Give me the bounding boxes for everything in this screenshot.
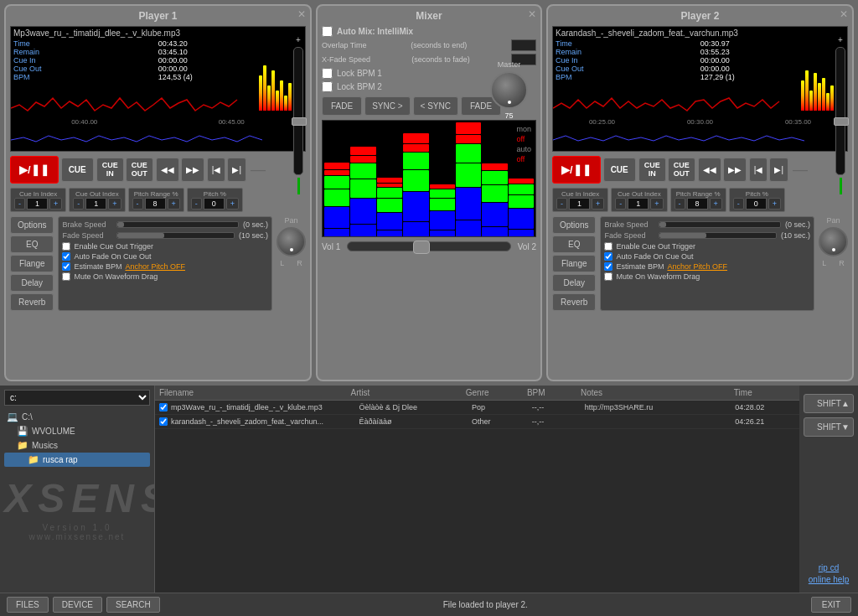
tree-item-wvolume[interactable]: 💾 WVOLUME [4,424,150,438]
player2-pitch-minus[interactable]: — [793,161,808,179]
player2-close-btn[interactable]: ✕ [840,8,848,20]
online-help-link[interactable]: online help [809,575,849,584]
player2-mute-checkbox[interactable] [604,272,612,281]
mixer-sync-right-btn[interactable]: SYNC > [364,96,410,116]
player1-pitch-range-minus[interactable]: - [132,198,143,210]
player1-pitch-range-input[interactable] [145,198,166,210]
mixer-master-knob[interactable] [490,71,528,109]
player1-auto-fade-checkbox[interactable] [62,252,70,261]
player2-play-btn[interactable]: ▶/❚❚ [552,156,601,184]
player1-skip-prev-btn[interactable]: ◀◀ [156,158,179,182]
player2-pitch-range-input[interactable] [687,198,708,210]
player2-pitch-range-plus[interactable]: + [710,198,722,210]
player1-fade-slider[interactable] [116,232,235,239]
player2-controls: ▶/❚❚ CUE CUEIN CUEOUT ◀◀ ▶▶ |◀ ▶| — [552,156,848,184]
player1-pitch-plus-btn[interactable]: + [226,198,239,210]
player2-brake-slider[interactable] [659,221,781,228]
rip-cd-link[interactable]: rip cd [819,563,839,572]
shift-up-btn[interactable]: SHIFT▲ [804,394,854,413]
mixer-lock-bpm1-checkbox[interactable] [322,68,333,79]
player2-delay-btn[interactable]: Delay [552,274,596,292]
player1-mute-checkbox[interactable] [62,272,70,281]
mixer-lock-bpm2-checkbox[interactable] [322,81,333,92]
mixer-vol-slider[interactable] [347,241,511,251]
player1-pan-knob[interactable] [277,227,306,256]
player2-pitch-range-minus[interactable]: - [675,198,685,210]
player2-pitch-minus-btn[interactable]: - [733,198,744,210]
player1-cue-in-btn[interactable]: CUEIN [96,158,124,183]
player1-close-btn[interactable]: ✕ [297,8,306,20]
mixer-auto-mix-checkbox[interactable] [322,26,333,37]
player1-cue-btn[interactable]: CUE [61,158,94,182]
player1-pitch-input[interactable] [204,198,225,210]
player2-eq-btn[interactable]: EQ [552,236,596,253]
player2-cue-out-index[interactable] [628,198,649,210]
device-tab[interactable]: DEVICE [53,597,102,613]
player1-pitch-minus[interactable]: — [251,161,266,179]
player1-play-btn[interactable]: ▶/❚❚ [10,156,59,184]
player1-volume-slider[interactable] [293,47,303,175]
tree-item-c[interactable]: 💻 C:\ [4,410,150,424]
player1-pitch-minus-btn[interactable]: - [191,198,202,210]
player1-options-btn[interactable]: Options [10,216,54,234]
player1-reverb-btn[interactable]: Reverb [10,293,54,311]
player1-brake-slider[interactable] [116,221,239,228]
player2-cue-in-minus[interactable]: - [556,198,567,210]
player1-cue-out-plus[interactable]: + [108,198,121,210]
player2-skip-prev2-btn[interactable]: |◀ [749,158,768,182]
player1-cue-in-plus[interactable]: + [49,198,62,210]
player2-pitch-input[interactable] [746,198,767,210]
player1-cue-out-index[interactable] [85,198,106,210]
player2-estimate-bpm-checkbox[interactable] [604,262,612,271]
player2-reverb-btn[interactable]: Reverb [552,293,596,311]
player2-skip-prev-btn[interactable]: ◀◀ [698,158,721,182]
player2-fade-slider[interactable] [659,232,777,239]
player1-skip-prev2-btn[interactable]: |◀ [207,158,226,182]
player2-title: Player 2 [552,10,848,22]
player2-cue-out-plus[interactable]: + [650,198,663,210]
tree-item-musics[interactable]: 📁 Musics [4,438,150,453]
player1-flange-btn[interactable]: Flange [10,255,54,272]
player1-anchor-pitch-link[interactable]: Anchor Pitch OFF [125,262,185,271]
player1-skip-next-btn[interactable]: ▶▶ [181,158,204,182]
mixer-close-btn[interactable]: ✕ [528,8,536,20]
player1-cue-out-minus[interactable]: - [73,198,84,210]
player1-eq-btn[interactable]: EQ [10,236,54,253]
player2-anchor-pitch-link[interactable]: Anchor Pitch OFF [667,262,727,271]
player1-estimate-bpm-checkbox[interactable] [62,262,70,271]
drive-select[interactable]: c: [4,390,150,406]
shift-down-btn[interactable]: SHIFT▼ [804,417,854,437]
file1-checkbox[interactable] [159,403,168,412]
mixer-overlap-input[interactable]: 5 [511,39,536,51]
player1-pitch-range-plus[interactable]: + [168,198,180,210]
player2-auto-fade-checkbox[interactable] [604,252,612,261]
files-tab[interactable]: FILES [7,597,49,613]
player2-pitch-plus-btn[interactable]: + [768,198,781,210]
player2-volume-slider[interactable] [835,47,845,175]
tree-item-rusca-rap[interactable]: 📁 rusca rap [4,453,150,467]
mixer-fade-left-btn[interactable]: FADE [322,96,362,116]
player2-skip-next-btn[interactable]: ▶▶ [723,158,747,182]
player2-flange-btn[interactable]: Flange [552,255,596,272]
player2-pan-knob[interactable] [819,227,848,256]
mixer-sync-left-btn[interactable]: < SYNC [413,96,458,116]
player2-cue-in-plus[interactable]: + [592,198,604,210]
player1-green-indicator [297,178,300,194]
player2-cue-btn[interactable]: CUE [603,158,636,182]
player2-enable-cue-checkbox[interactable] [604,242,612,251]
player2-cue-in-index[interactable] [569,198,590,210]
player1-skip-next2-btn[interactable]: ▶| [227,158,246,182]
file2-checkbox[interactable] [159,417,168,426]
player2-cue-out-btn[interactable]: CUEOUT [668,158,695,183]
player1-cue-out-btn[interactable]: CUEOUT [126,158,153,183]
player1-cue-in-minus[interactable]: - [14,198,25,210]
player2-skip-next2-btn[interactable]: ▶| [769,158,788,182]
player1-cue-in-index[interactable] [27,198,48,210]
player2-cue-in-btn[interactable]: CUEIN [638,158,666,183]
player1-delay-btn[interactable]: Delay [10,274,54,292]
player2-options-btn[interactable]: Options [552,216,596,234]
player1-enable-cue-checkbox[interactable] [62,242,70,251]
player2-cue-out-minus[interactable]: - [615,198,626,210]
search-tab[interactable]: SEARCH [106,597,160,613]
exit-btn[interactable]: EXIT [811,597,851,613]
